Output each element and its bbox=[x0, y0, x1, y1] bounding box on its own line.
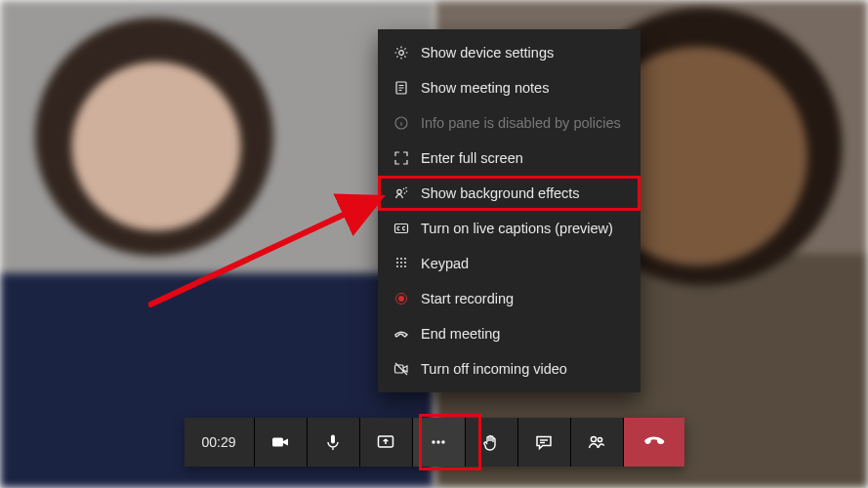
menu-item-end-meeting[interactable]: End meeting bbox=[378, 316, 641, 351]
svg-point-10 bbox=[404, 262, 406, 264]
menu-item-label: Show meeting notes bbox=[421, 80, 549, 96]
more-actions-button[interactable] bbox=[413, 418, 466, 467]
svg-rect-15 bbox=[272, 438, 283, 447]
svg-point-6 bbox=[400, 258, 402, 260]
menu-item-device-settings[interactable]: Show device settings bbox=[378, 35, 641, 70]
camera-button[interactable] bbox=[255, 418, 308, 467]
menu-item-label: Show device settings bbox=[421, 45, 554, 61]
meeting-toolbar: 00:29 bbox=[184, 418, 683, 467]
menu-item-fullscreen[interactable]: Enter full screen bbox=[378, 141, 641, 176]
menu-item-label: Turn on live captions (preview) bbox=[421, 221, 613, 236]
share-screen-button[interactable] bbox=[360, 418, 413, 467]
menu-item-label: End meeting bbox=[421, 326, 500, 342]
menu-item-label: Start recording bbox=[421, 291, 514, 306]
svg-point-13 bbox=[404, 265, 406, 267]
menu-item-turn-off-incoming-video[interactable]: Turn off incoming video bbox=[378, 351, 641, 386]
menu-item-label: Info pane is disabled by policies bbox=[421, 115, 621, 131]
menu-item-keypad[interactable]: Keypad bbox=[378, 246, 641, 281]
captions-icon bbox=[393, 221, 409, 236]
keypad-icon bbox=[393, 256, 409, 271]
menu-item-background-effects[interactable]: Show background effects bbox=[378, 176, 641, 211]
hang-up-button[interactable] bbox=[624, 418, 684, 467]
menu-item-meeting-notes[interactable]: Show meeting notes bbox=[378, 70, 641, 105]
gear-icon bbox=[393, 45, 409, 61]
svg-point-21 bbox=[591, 436, 596, 441]
menu-item-label: Show background effects bbox=[421, 185, 580, 201]
end-meeting-icon bbox=[393, 326, 409, 342]
svg-point-8 bbox=[396, 262, 398, 264]
menu-item-start-recording[interactable]: Start recording bbox=[378, 281, 641, 316]
record-icon bbox=[393, 291, 409, 306]
svg-point-7 bbox=[404, 258, 406, 260]
fullscreen-icon bbox=[393, 150, 409, 166]
more-actions-menu: Show device settings Show meeting notes … bbox=[378, 29, 641, 392]
svg-point-9 bbox=[400, 262, 402, 264]
menu-item-label: Keypad bbox=[421, 256, 469, 271]
call-timer: 00:29 bbox=[184, 418, 254, 467]
svg-point-0 bbox=[399, 51, 404, 56]
notes-icon bbox=[393, 80, 409, 96]
background-effects-icon bbox=[393, 185, 409, 201]
svg-point-20 bbox=[441, 440, 444, 443]
menu-item-label: Turn off incoming video bbox=[421, 361, 567, 377]
info-icon bbox=[393, 115, 409, 131]
participants-button[interactable] bbox=[571, 418, 624, 467]
menu-item-info-disabled: Info pane is disabled by policies bbox=[378, 105, 641, 141]
chat-button[interactable] bbox=[518, 418, 571, 467]
raise-hand-button[interactable] bbox=[466, 418, 518, 467]
svg-point-19 bbox=[436, 440, 439, 443]
svg-point-3 bbox=[397, 189, 401, 193]
incoming-video-off-icon bbox=[393, 361, 409, 377]
svg-point-22 bbox=[598, 437, 601, 441]
participant-video-1 bbox=[0, 0, 434, 488]
svg-point-12 bbox=[400, 265, 402, 267]
menu-item-label: Enter full screen bbox=[421, 150, 523, 166]
svg-point-11 bbox=[396, 265, 398, 267]
svg-point-5 bbox=[396, 258, 398, 260]
svg-rect-16 bbox=[331, 435, 335, 444]
mic-button[interactable] bbox=[308, 418, 360, 467]
menu-item-live-captions[interactable]: Turn on live captions (preview) bbox=[378, 211, 641, 246]
svg-point-18 bbox=[432, 440, 434, 443]
